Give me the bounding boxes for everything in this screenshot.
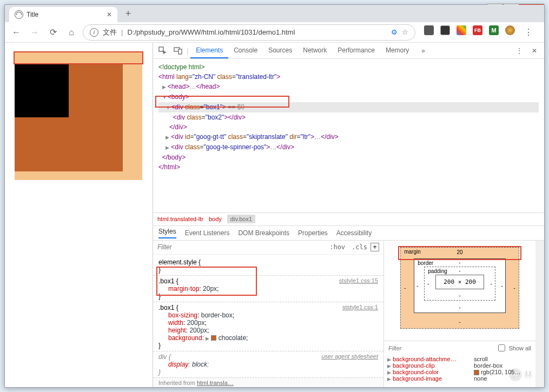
back-button[interactable]: ← bbox=[9, 25, 23, 39]
tab-strip: Title ✕ + bbox=[5, 5, 544, 22]
devtools-close-icon[interactable]: ✕ bbox=[528, 44, 541, 57]
styles-panel: :hov .cls + element.style {}ststyle1.css… bbox=[153, 241, 544, 388]
accessibility-tab[interactable]: Accessibility bbox=[336, 229, 372, 237]
forward-button[interactable]: → bbox=[28, 25, 42, 39]
devtools: | ElementsConsoleSourcesNetworkPerforman… bbox=[153, 43, 544, 387]
box-outer bbox=[15, 52, 142, 180]
new-tab-button[interactable]: + bbox=[121, 6, 136, 21]
box2[interactable] bbox=[15, 63, 69, 117]
computed-filter-row: Show all bbox=[384, 341, 535, 355]
box1[interactable] bbox=[15, 63, 123, 171]
devtools-tab-elements[interactable]: Elements bbox=[190, 43, 228, 58]
info-icon: i bbox=[90, 28, 98, 37]
menu-button[interactable]: ⋮ bbox=[521, 25, 535, 39]
devtools-tab-memory[interactable]: Memory bbox=[380, 43, 414, 58]
svg-rect-2 bbox=[178, 49, 182, 54]
devtools-menu-icon[interactable]: ⋮ bbox=[513, 44, 526, 57]
ext-icon-4[interactable]: FB bbox=[473, 25, 482, 35]
styles-tab[interactable]: Styles bbox=[158, 228, 176, 238]
styles-filter-input[interactable] bbox=[157, 243, 326, 251]
tab-title: Title bbox=[27, 11, 38, 18]
computed-pane: margin 20 - - - border - - - - bbox=[384, 241, 535, 388]
dom-breakpoints-tab[interactable]: DOM Breakpoints bbox=[238, 229, 289, 237]
url-text: D:/phpstudy_pro/WWW/html.io/html/1031/de… bbox=[127, 28, 295, 36]
watermark: 💬 林 bbox=[509, 368, 533, 381]
breadcrumb[interactable]: html.translated-ltr body div.box1 bbox=[153, 212, 544, 225]
styles-rules-pane: :hov .cls + element.style {}ststyle1.css… bbox=[153, 241, 384, 388]
address-bar[interactable]: i 文件 | D:/phpstudy_pro/WWW/html.io/html/… bbox=[83, 24, 415, 41]
address-prefix: 文件 bbox=[103, 28, 117, 37]
scrollbar[interactable] bbox=[535, 241, 544, 388]
styles-tabbar: Styles Event Listeners DOM Breakpoints P… bbox=[153, 225, 544, 241]
devtools-tabbar: | ElementsConsoleSourcesNetworkPerforman… bbox=[153, 43, 544, 59]
styles-filter: :hov .cls + bbox=[153, 241, 383, 255]
ext-icon-2[interactable] bbox=[440, 25, 450, 35]
avatar-icon[interactable] bbox=[505, 25, 515, 35]
hov-toggle[interactable]: :hov bbox=[329, 243, 345, 251]
rendered-page bbox=[5, 43, 153, 387]
more-tabs-icon[interactable]: » bbox=[416, 44, 429, 57]
translate-icon[interactable]: ⚙ bbox=[391, 28, 398, 36]
browser-window: — ▢ ✕ Title ✕ + ← → ⟳ ⌂ i 文件 | D:/phpstu… bbox=[4, 4, 545, 388]
inspect-icon[interactable] bbox=[156, 44, 169, 57]
ext-icon-3[interactable] bbox=[457, 25, 466, 35]
style-rules-list[interactable]: element.style {}ststyle1.css:15.box1 {ma… bbox=[153, 255, 383, 388]
content-area: | ElementsConsoleSourcesNetworkPerforman… bbox=[5, 43, 544, 387]
globe-icon bbox=[15, 10, 23, 19]
bookmark-icon[interactable]: ☆ bbox=[402, 28, 408, 36]
tab-close-icon[interactable]: ✕ bbox=[107, 11, 112, 18]
properties-tab[interactable]: Properties bbox=[298, 229, 328, 237]
browser-tab[interactable]: Title ✕ bbox=[9, 7, 117, 22]
browser-toolbar: ← → ⟳ ⌂ i 文件 | D:/phpstudy_pro/WWW/html.… bbox=[5, 22, 544, 43]
devtools-tab-network[interactable]: Network bbox=[297, 43, 332, 58]
devtools-tab-performance[interactable]: Performance bbox=[332, 43, 380, 58]
ext-icon-1[interactable] bbox=[424, 25, 434, 35]
extension-icons: FB M ⋮ bbox=[420, 25, 540, 39]
cls-toggle[interactable]: .cls bbox=[352, 243, 367, 251]
devtools-tab-console[interactable]: Console bbox=[228, 43, 263, 58]
reload-button[interactable]: ⟳ bbox=[46, 25, 60, 39]
device-icon[interactable] bbox=[171, 44, 184, 57]
ext-icon-5[interactable]: M bbox=[489, 25, 499, 35]
devtools-tab-sources[interactable]: Sources bbox=[263, 43, 297, 58]
listeners-tab[interactable]: Event Listeners bbox=[185, 229, 230, 237]
elements-tree[interactable]: <!doctype html> <html lang="zh-CN" class… bbox=[153, 59, 544, 212]
new-rule-button[interactable]: + bbox=[371, 243, 379, 251]
show-all-checkbox[interactable] bbox=[498, 344, 505, 351]
computed-filter-input[interactable] bbox=[388, 345, 495, 351]
box-model[interactable]: margin 20 - - - border - - - - bbox=[384, 241, 535, 341]
home-button[interactable]: ⌂ bbox=[64, 25, 78, 39]
